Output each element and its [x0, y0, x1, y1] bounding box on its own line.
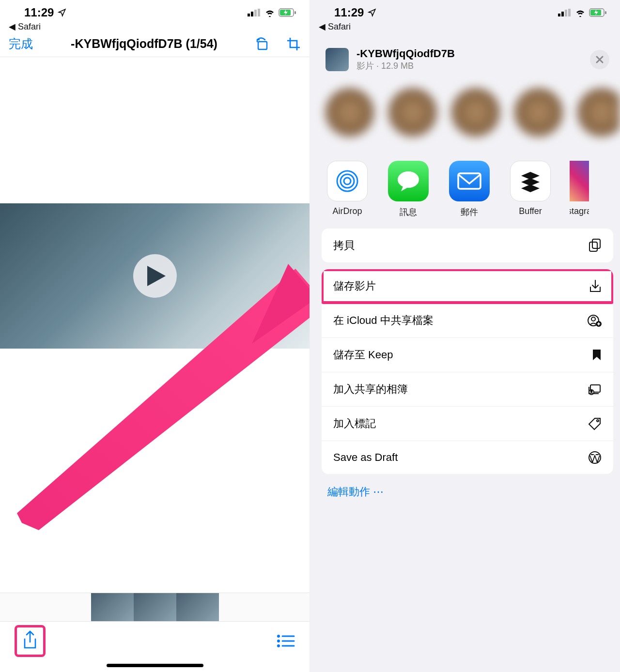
svg-point-11 — [278, 641, 279, 642]
sheet-header: -KYBWfjqQiodfD7B 影片 · 12.9 MB — [315, 46, 620, 78]
action-save-video[interactable]: 儲存影片 — [322, 269, 613, 303]
thumbnail[interactable] — [176, 593, 219, 621]
home-indicator[interactable] — [107, 664, 203, 667]
svg-point-27 — [398, 171, 419, 188]
shared-album-icon — [587, 383, 602, 395]
svg-rect-19 — [565, 10, 567, 16]
action-label: 拷貝 — [333, 238, 355, 253]
file-meta: 影片 · 12.9 MB — [356, 60, 455, 72]
file-thumbnail — [326, 48, 349, 71]
play-button[interactable] — [133, 254, 177, 298]
action-label: 加入共享的相簿 — [333, 382, 408, 397]
download-icon — [589, 279, 602, 293]
svg-rect-33 — [592, 239, 600, 248]
video-preview[interactable] — [0, 203, 310, 349]
file-name: -KYBWfjqQiodfD7B — [356, 47, 455, 60]
svg-rect-23 — [605, 11, 606, 14]
thumbnail[interactable] — [134, 593, 176, 621]
contact-avatar[interactable] — [388, 88, 437, 137]
navbar: 完成 -KYBWfjqQiodfD7B (1/54) — [0, 32, 310, 57]
wifi-icon — [574, 8, 586, 17]
app-messages[interactable]: 訊息 — [387, 161, 430, 218]
svg-rect-7 — [258, 42, 267, 49]
edit-actions-link[interactable]: 編輯動作 ⋯ — [315, 476, 620, 508]
svg-point-40 — [597, 420, 599, 422]
action-icloud-share[interactable]: 在 iCloud 中共享檔案 — [322, 303, 613, 337]
action-save-keep[interactable]: 儲存至 Keep — [322, 337, 613, 372]
svg-marker-31 — [521, 184, 540, 192]
buffer-icon — [519, 170, 542, 192]
rotate-icon[interactable] — [255, 37, 270, 51]
status-time: 11:29 — [24, 6, 54, 19]
action-save-draft[interactable]: Save as Draft — [322, 441, 613, 474]
app-buffer[interactable]: Buffer — [509, 161, 552, 218]
wifi-icon — [264, 8, 276, 17]
person-add-icon — [587, 314, 602, 327]
app-mail[interactable]: 郵件 — [448, 161, 491, 218]
contact-avatar[interactable] — [451, 88, 500, 137]
svg-point-39 — [591, 391, 592, 392]
app-instagram[interactable]: Instagram — [570, 161, 589, 218]
signal-icon — [248, 9, 261, 16]
list-icon[interactable] — [277, 634, 295, 648]
svg-point-35 — [591, 317, 595, 321]
battery-icon — [279, 8, 297, 17]
action-add-tag[interactable]: 加入標記 — [322, 406, 613, 441]
svg-point-13 — [278, 645, 279, 647]
battery-icon — [589, 8, 607, 17]
app-label: 訊息 — [400, 206, 417, 218]
action-shared-album[interactable]: 加入共享的相簿 — [322, 372, 613, 406]
status-bar: 11:29 — [0, 0, 310, 21]
app-airdrop[interactable]: AirDrop — [326, 161, 369, 218]
back-to-app[interactable]: ◀ Safari — [0, 21, 310, 32]
action-label: 儲存影片 — [333, 279, 376, 293]
contacts-row[interactable] — [315, 78, 620, 156]
svg-rect-18 — [561, 12, 564, 16]
apps-row: AirDrop 訊息 郵件 Buffer — [315, 156, 620, 227]
airdrop-icon — [334, 168, 361, 195]
svg-rect-20 — [568, 9, 571, 16]
svg-rect-3 — [258, 9, 260, 16]
action-group-a: 拷貝 — [322, 229, 613, 262]
contact-avatar[interactable] — [514, 88, 563, 137]
location-icon — [58, 8, 66, 17]
share-sheet: -KYBWfjqQiodfD7B 影片 · 12.9 MB AirDrop — [315, 38, 620, 672]
file-title: -KYBWfjqQiodfD7B (1/54) — [71, 37, 217, 51]
done-button[interactable]: 完成 — [9, 36, 33, 52]
mail-icon — [457, 172, 482, 190]
status-time: 11:29 — [334, 6, 364, 19]
action-label: 加入標記 — [333, 416, 376, 431]
close-icon — [595, 55, 604, 64]
app-label: Buffer — [519, 206, 542, 216]
back-to-app[interactable]: ◀ Safari — [310, 21, 620, 32]
crop-icon[interactable] — [286, 37, 301, 51]
close-button[interactable] — [590, 50, 609, 69]
contact-avatar[interactable] — [326, 88, 374, 137]
svg-point-25 — [341, 174, 354, 188]
action-group-b: 儲存影片 在 iCloud 中共享檔案 儲存至 Keep 加入共享的相簿 加入標… — [322, 269, 613, 474]
thumbnail-strip[interactable] — [0, 593, 310, 622]
phone-left: 11:29 ◀ Safari 完成 -KYBWfjqQiodfD7B (1/54… — [0, 0, 310, 672]
phone-right: 11:29 ◀ Safari -KYBWfjqQiodfD7B 影片 · 12.… — [310, 0, 620, 672]
tag-icon — [588, 417, 602, 430]
svg-rect-1 — [251, 12, 253, 16]
signal-icon — [558, 9, 572, 16]
status-bar: 11:29 — [310, 0, 620, 21]
contact-avatar[interactable] — [577, 88, 620, 137]
messages-icon — [396, 170, 420, 192]
share-icon — [22, 630, 38, 650]
svg-rect-28 — [458, 173, 480, 189]
svg-rect-0 — [248, 14, 250, 16]
action-label: 儲存至 Keep — [333, 348, 393, 362]
thumbnail[interactable] — [91, 593, 134, 621]
svg-marker-8 — [147, 266, 166, 286]
action-copy[interactable]: 拷貝 — [322, 229, 613, 262]
svg-point-9 — [278, 636, 279, 637]
share-button[interactable] — [15, 625, 46, 657]
svg-rect-17 — [558, 14, 560, 16]
svg-rect-2 — [254, 10, 257, 16]
svg-rect-32 — [589, 242, 597, 251]
app-label: 郵件 — [461, 206, 478, 218]
app-label: AirDrop — [332, 206, 362, 216]
bookmark-icon — [592, 349, 602, 361]
